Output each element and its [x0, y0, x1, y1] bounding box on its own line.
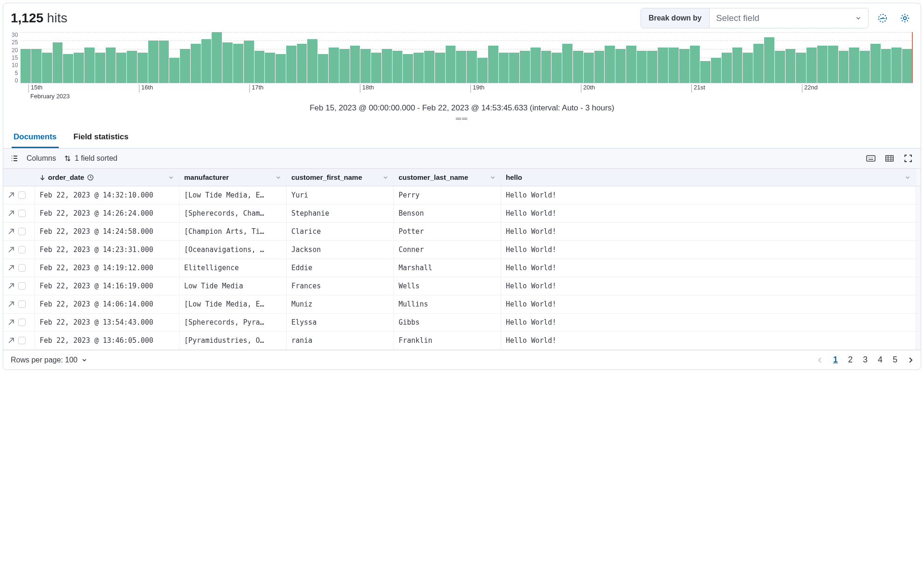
tab-documents[interactable]: Documents [12, 128, 59, 148]
row-select-checkbox[interactable] [18, 264, 26, 272]
histogram-bar[interactable] [53, 42, 63, 83]
histogram-bar[interactable] [764, 37, 774, 83]
chart-options-button[interactable] [896, 10, 913, 27]
histogram-bar[interactable] [159, 41, 169, 83]
histogram-bar[interactable] [637, 51, 647, 83]
histogram-bar[interactable] [891, 48, 902, 83]
page-5-button[interactable]: 5 [893, 355, 897, 365]
histogram-bar[interactable] [541, 51, 552, 83]
histogram-bar[interactable] [169, 58, 179, 83]
histogram-bar[interactable] [679, 49, 690, 83]
histogram-bar[interactable] [212, 32, 222, 83]
histogram-bar[interactable] [393, 51, 403, 83]
histogram-bar[interactable] [414, 53, 424, 83]
histogram-bar[interactable] [594, 51, 605, 83]
histogram-bar[interactable] [233, 44, 243, 83]
histogram-bar[interactable] [870, 44, 881, 83]
histogram-bar[interactable] [371, 53, 381, 83]
histogram-bar[interactable] [796, 53, 806, 83]
histogram-bar[interactable] [63, 54, 73, 83]
row-select-checkbox[interactable] [18, 246, 26, 253]
histogram-bar[interactable] [276, 54, 286, 83]
histogram-bar[interactable] [499, 53, 509, 83]
sort-button[interactable]: 1 field sorted [64, 154, 117, 163]
expand-row-button[interactable] [8, 192, 14, 198]
histogram-bar[interactable] [775, 51, 785, 83]
histogram-bar[interactable] [669, 48, 679, 83]
display-options-button[interactable] [11, 155, 18, 162]
histogram-bar[interactable] [711, 58, 721, 83]
histogram-bar[interactable] [350, 46, 360, 83]
histogram-bar[interactable] [307, 39, 317, 83]
expand-row-button[interactable] [8, 246, 14, 253]
expand-row-button[interactable] [8, 301, 14, 307]
histogram-bar[interactable] [191, 44, 201, 83]
row-select-checkbox[interactable] [18, 300, 26, 308]
histogram-bar[interactable] [265, 53, 275, 83]
histogram-bar[interactable] [753, 44, 764, 83]
histogram-bar[interactable] [573, 51, 583, 83]
expand-row-button[interactable] [8, 319, 14, 326]
histogram-bar[interactable] [722, 53, 732, 83]
histogram-bar[interactable] [84, 48, 95, 83]
rows-per-page-button[interactable]: Rows per page: 100 [11, 356, 88, 364]
histogram-bar[interactable] [658, 48, 668, 83]
histogram-bar[interactable] [849, 48, 859, 83]
row-select-checkbox[interactable] [18, 210, 26, 217]
row-select-checkbox[interactable] [18, 228, 26, 235]
columns-button[interactable]: Columns [27, 154, 56, 163]
tab-field-statistics[interactable]: Field statistics [72, 128, 131, 148]
histogram-bar[interactable] [424, 51, 434, 83]
histogram-bar[interactable] [201, 39, 212, 83]
histogram-bar[interactable] [403, 54, 413, 83]
histogram-bar[interactable] [382, 49, 392, 83]
keyboard-shortcuts-button[interactable] [866, 153, 876, 164]
histogram-bar[interactable] [116, 53, 126, 83]
histogram-bar[interactable] [477, 58, 488, 83]
histogram-bar[interactable] [95, 53, 105, 83]
histogram-bar[interactable] [807, 48, 817, 83]
histogram-bar[interactable] [31, 49, 41, 83]
row-select-checkbox[interactable] [18, 191, 26, 199]
histogram-bar[interactable] [297, 44, 307, 83]
fullscreen-button[interactable] [903, 153, 913, 164]
histogram-bar[interactable] [584, 53, 594, 83]
expand-row-button[interactable] [8, 337, 14, 344]
toggle-chart-button[interactable] [874, 10, 891, 27]
expand-row-button[interactable] [8, 265, 14, 271]
histogram-bar[interactable] [360, 49, 371, 83]
histogram-bar[interactable] [552, 53, 562, 83]
col-header-first-name[interactable]: customer_first_name [287, 169, 394, 186]
expand-row-button[interactable] [8, 228, 14, 235]
histogram-bar[interactable] [647, 51, 657, 83]
histogram-bar[interactable] [860, 51, 870, 83]
row-select-checkbox[interactable] [18, 282, 26, 290]
histogram-bar[interactable] [435, 53, 445, 83]
histogram-bar[interactable] [127, 51, 137, 83]
page-prev-button[interactable] [817, 357, 823, 363]
breakdown-select[interactable]: Select field [710, 8, 868, 28]
histogram-bar[interactable] [488, 46, 498, 83]
histogram-bar[interactable] [148, 41, 159, 83]
histogram-bar[interactable] [902, 49, 912, 83]
resize-handle[interactable]: ══ [3, 115, 921, 126]
row-select-checkbox[interactable] [18, 319, 26, 326]
histogram-bar[interactable] [467, 51, 477, 83]
histogram-bar[interactable] [456, 51, 466, 83]
histogram-bar[interactable] [74, 53, 84, 83]
expand-row-button[interactable] [8, 283, 14, 289]
page-next-button[interactable] [908, 357, 913, 363]
density-button[interactable] [884, 153, 895, 164]
row-select-checkbox[interactable] [18, 337, 26, 344]
histogram-bar[interactable] [138, 53, 148, 83]
page-4-button[interactable]: 4 [878, 355, 883, 365]
histogram-bar[interactable] [244, 41, 254, 83]
histogram-bar[interactable] [881, 49, 891, 83]
histogram-bar[interactable] [690, 46, 700, 83]
page-3-button[interactable]: 3 [863, 355, 868, 365]
histogram-bar[interactable] [106, 48, 116, 83]
histogram-bar[interactable] [329, 48, 339, 83]
histogram-bar[interactable] [839, 51, 849, 83]
chart-plot-area[interactable] [21, 32, 912, 83]
histogram-chart[interactable]: 302520151050 15th16th17th18th19th20th21s… [3, 32, 921, 100]
